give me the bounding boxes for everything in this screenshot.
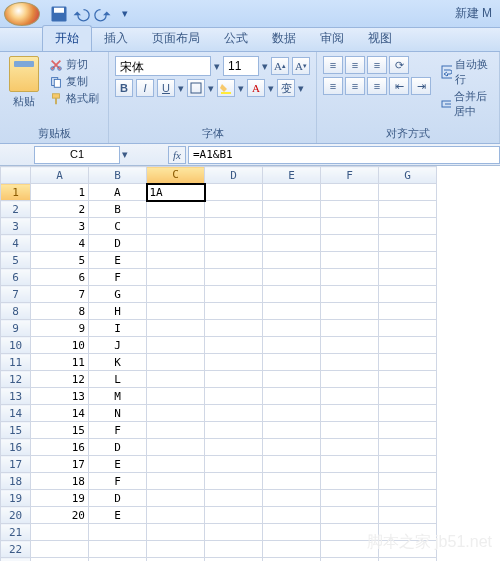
- cell[interactable]: [379, 439, 437, 456]
- cell[interactable]: L: [89, 371, 147, 388]
- cell[interactable]: 4: [31, 235, 89, 252]
- cell[interactable]: [263, 490, 321, 507]
- cell[interactable]: [147, 558, 205, 562]
- row-header[interactable]: 12: [1, 371, 31, 388]
- col-header-G[interactable]: G: [379, 167, 437, 184]
- align-center-button[interactable]: ≡: [345, 77, 365, 95]
- cell[interactable]: [379, 286, 437, 303]
- row-header[interactable]: 8: [1, 303, 31, 320]
- cell[interactable]: [321, 473, 379, 490]
- cell[interactable]: [205, 388, 263, 405]
- row-header[interactable]: 17: [1, 456, 31, 473]
- row-header[interactable]: 13: [1, 388, 31, 405]
- col-header-D[interactable]: D: [205, 167, 263, 184]
- cell[interactable]: B: [89, 201, 147, 218]
- cell[interactable]: [89, 541, 147, 558]
- cell[interactable]: [379, 184, 437, 201]
- cell[interactable]: [379, 252, 437, 269]
- cell[interactable]: 9: [31, 320, 89, 337]
- row-header[interactable]: 22: [1, 541, 31, 558]
- cell[interactable]: [205, 456, 263, 473]
- cell[interactable]: [321, 218, 379, 235]
- cell[interactable]: [147, 303, 205, 320]
- cell[interactable]: K: [89, 354, 147, 371]
- worksheet[interactable]: ABCDEFG 11A1A22B33C44D55E66F77G88H99I101…: [0, 166, 500, 561]
- col-header-E[interactable]: E: [263, 167, 321, 184]
- cell[interactable]: J: [89, 337, 147, 354]
- tab-插入[interactable]: 插入: [92, 26, 140, 51]
- cell[interactable]: [263, 201, 321, 218]
- cell[interactable]: [321, 558, 379, 562]
- grid-body[interactable]: 11A1A22B33C44D55E66F77G88H99I1010J1111K1…: [1, 184, 437, 562]
- cell[interactable]: [263, 507, 321, 524]
- cell[interactable]: [321, 269, 379, 286]
- qat-redo-icon[interactable]: [93, 4, 113, 24]
- row-header[interactable]: 4: [1, 235, 31, 252]
- cell[interactable]: [89, 524, 147, 541]
- fx-button[interactable]: fx: [168, 146, 186, 164]
- cell[interactable]: [263, 286, 321, 303]
- tab-公式[interactable]: 公式: [212, 26, 260, 51]
- font-name-select[interactable]: 宋体: [115, 56, 211, 76]
- bold-button[interactable]: B: [115, 79, 133, 97]
- cell[interactable]: 18: [31, 473, 89, 490]
- cell[interactable]: [147, 490, 205, 507]
- font-size-select[interactable]: 11: [223, 56, 259, 76]
- cell[interactable]: 1: [31, 184, 89, 201]
- cell[interactable]: [147, 439, 205, 456]
- cell[interactable]: [263, 218, 321, 235]
- cell[interactable]: [263, 303, 321, 320]
- italic-button[interactable]: I: [136, 79, 154, 97]
- cell[interactable]: M: [89, 388, 147, 405]
- cell[interactable]: [31, 524, 89, 541]
- cell[interactable]: [263, 524, 321, 541]
- cell[interactable]: D: [89, 490, 147, 507]
- cell[interactable]: C: [89, 218, 147, 235]
- cell[interactable]: [263, 184, 321, 201]
- cell[interactable]: [205, 218, 263, 235]
- cell[interactable]: [263, 388, 321, 405]
- cell[interactable]: [147, 337, 205, 354]
- cell[interactable]: [205, 405, 263, 422]
- cell[interactable]: 6: [31, 269, 89, 286]
- grow-font-button[interactable]: A▴: [271, 57, 289, 75]
- row-header[interactable]: 10: [1, 337, 31, 354]
- cell[interactable]: [147, 473, 205, 490]
- cell[interactable]: [205, 269, 263, 286]
- cell[interactable]: [379, 354, 437, 371]
- col-header-C[interactable]: C: [147, 167, 205, 184]
- cell[interactable]: [379, 201, 437, 218]
- cell[interactable]: E: [89, 252, 147, 269]
- formula-input[interactable]: =A1&B1: [188, 146, 500, 164]
- cell[interactable]: [321, 303, 379, 320]
- col-header-B[interactable]: B: [89, 167, 147, 184]
- cell[interactable]: N: [89, 405, 147, 422]
- row-header[interactable]: 2: [1, 201, 31, 218]
- phonetic-button[interactable]: 变: [277, 79, 295, 97]
- qat-undo-icon[interactable]: [71, 4, 91, 24]
- cell[interactable]: [31, 541, 89, 558]
- cell[interactable]: [379, 388, 437, 405]
- tab-页面布局[interactable]: 页面布局: [140, 26, 212, 51]
- row-header[interactable]: 19: [1, 490, 31, 507]
- orientation-button[interactable]: ⟳: [389, 56, 409, 74]
- cell[interactable]: [205, 473, 263, 490]
- merge-center-button[interactable]: 合并后居中: [439, 88, 493, 120]
- row-header[interactable]: 3: [1, 218, 31, 235]
- tab-开始[interactable]: 开始: [42, 25, 92, 51]
- cell[interactable]: [263, 337, 321, 354]
- cell[interactable]: [205, 439, 263, 456]
- cell[interactable]: [263, 252, 321, 269]
- row-header[interactable]: 6: [1, 269, 31, 286]
- select-all-corner[interactable]: [1, 167, 31, 184]
- cell[interactable]: [147, 507, 205, 524]
- cell[interactable]: [205, 490, 263, 507]
- cell[interactable]: [89, 558, 147, 562]
- row-header[interactable]: 1: [1, 184, 31, 201]
- cell[interactable]: [205, 524, 263, 541]
- cell[interactable]: [263, 235, 321, 252]
- cell[interactable]: F: [89, 269, 147, 286]
- cell[interactable]: 2: [31, 201, 89, 218]
- align-top-button[interactable]: ≡: [323, 56, 343, 74]
- cell[interactable]: [379, 473, 437, 490]
